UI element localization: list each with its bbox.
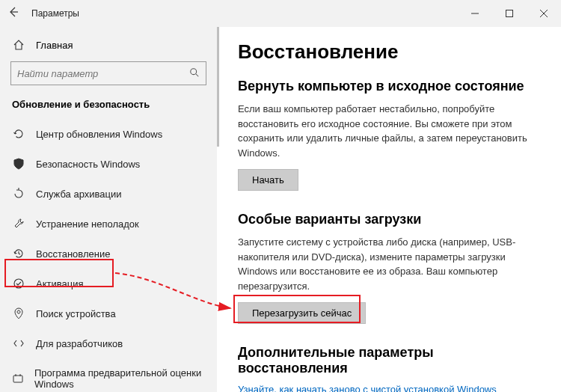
sidebar-home[interactable]: Главная xyxy=(0,33,217,57)
sidebar-item-windows-update[interactable]: Центр обновления Windows xyxy=(0,119,217,149)
reset-start-button[interactable]: Начать xyxy=(238,169,298,191)
close-button[interactable] xyxy=(527,0,561,27)
search-input[interactable] xyxy=(17,68,189,79)
sidebar: Главная Обновление и безопасность Центр … xyxy=(0,27,217,392)
sidebar-item-label: Центр обновления Windows xyxy=(36,129,162,140)
fresh-start-link[interactable]: Узнайте, как начать заново с чистой уста… xyxy=(238,384,540,392)
code-icon xyxy=(12,337,25,349)
section-reset-title: Вернуть компьютер в исходное состояние xyxy=(238,79,540,94)
svg-rect-8 xyxy=(13,376,22,382)
section-more-recovery-title: Дополнительные параметры восстановления xyxy=(238,345,540,376)
section-reset-body: Если ваш компьютер работает нестабильно,… xyxy=(238,102,537,160)
sidebar-item-label: Для разработчиков xyxy=(36,338,123,349)
maximize-button[interactable] xyxy=(492,0,527,27)
sidebar-section-label: Обновление и безопасность xyxy=(0,94,217,119)
backup-icon xyxy=(12,188,25,200)
check-circle-icon xyxy=(12,278,25,290)
sidebar-item-label: Программа предварительной оценки Windows xyxy=(34,367,205,390)
sidebar-item-activation[interactable]: Активация xyxy=(0,269,217,298)
sidebar-item-windows-security[interactable]: Безопасность Windows xyxy=(0,149,217,179)
location-icon xyxy=(12,307,25,319)
main-panel: Восстановление Вернуть компьютер в исход… xyxy=(217,27,561,392)
sidebar-item-backup[interactable]: Служба архивации xyxy=(0,179,217,209)
restart-now-button[interactable]: Перезагрузить сейчас xyxy=(238,302,366,324)
sidebar-item-label: Безопасность Windows xyxy=(36,159,140,170)
sidebar-item-label: Служба архивации xyxy=(36,189,122,200)
sidebar-item-label: Активация xyxy=(36,278,83,290)
sidebar-home-label: Главная xyxy=(36,40,73,51)
svg-line-6 xyxy=(196,73,199,76)
titlebar: Параметры xyxy=(0,0,561,27)
home-icon xyxy=(12,39,25,51)
section-advanced-startup-title: Особые варианты загрузки xyxy=(238,212,540,227)
sidebar-item-label: Восстановление xyxy=(36,248,110,260)
wrench-icon xyxy=(12,218,25,230)
sidebar-item-developers[interactable]: Для разработчиков xyxy=(0,328,217,358)
sidebar-item-label: Устранение неполадок xyxy=(36,218,139,230)
minimize-button[interactable] xyxy=(458,0,492,27)
sidebar-item-find-device[interactable]: Поиск устройства xyxy=(0,298,217,328)
shield-icon xyxy=(12,158,25,170)
window-title: Параметры xyxy=(31,8,79,19)
history-icon xyxy=(12,248,25,260)
scrollbar-thumb[interactable] xyxy=(217,27,219,147)
sidebar-item-troubleshoot[interactable]: Устранение неполадок xyxy=(0,209,217,239)
search-icon xyxy=(189,67,200,80)
section-advanced-startup-body: Запустите систему с устройства либо диск… xyxy=(238,235,537,293)
window-controls xyxy=(458,0,561,27)
search-box[interactable] xyxy=(10,61,206,85)
back-button[interactable] xyxy=(0,6,27,21)
refresh-icon xyxy=(12,128,25,140)
sidebar-item-insider[interactable]: Программа предварительной оценки Windows xyxy=(0,358,217,392)
svg-point-5 xyxy=(191,68,197,74)
svg-rect-2 xyxy=(506,10,513,17)
sidebar-item-label: Поиск устройства xyxy=(36,308,116,319)
insider-icon xyxy=(12,373,24,385)
svg-point-7 xyxy=(14,279,23,288)
scrollbar[interactable] xyxy=(217,27,219,392)
page-title: Восстановление xyxy=(238,40,540,64)
sidebar-item-recovery[interactable]: Восстановление xyxy=(0,239,217,269)
